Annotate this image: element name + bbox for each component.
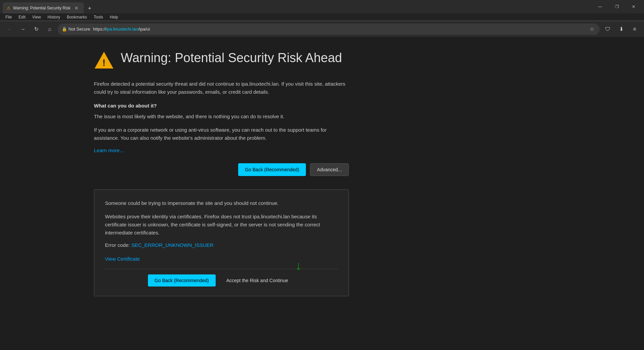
shield-button[interactable]: 🛡 <box>602 24 613 35</box>
tab-bar: ⚠ Warning: Potential Security Risk ✕ + <box>3 0 592 13</box>
download-button[interactable]: ⬇ <box>616 24 627 35</box>
back-button[interactable]: ← <box>4 24 15 35</box>
forward-button[interactable]: → <box>17 24 28 35</box>
warning-description: Firefox detected a potential security th… <box>94 80 349 96</box>
what-heading: What can you do about it? <box>94 103 617 108</box>
advanced-button-row: Go Back (Recommended) Accept the Risk an… <box>105 269 338 287</box>
reload-button[interactable]: ↻ <box>31 24 42 35</box>
url-domain: ipa.linuxtechi.lan <box>106 27 138 32</box>
bookmark-star-button[interactable]: ☆ <box>588 25 596 34</box>
menu-help[interactable]: Help <box>107 14 121 20</box>
green-arrow-icon: ↓ <box>296 260 302 272</box>
titlebar: ⚠ Warning: Potential Security Risk ✕ + —… <box>0 0 644 13</box>
error-code-link[interactable]: SEC_ERROR_UNKNOWN_ISSUER <box>131 242 213 248</box>
menubar: File Edit View History Bookmarks Tools H… <box>0 13 644 21</box>
svg-text:!: ! <box>102 57 105 68</box>
accept-risk-button[interactable]: Accept the Risk and Continue <box>220 274 295 287</box>
menu-bookmarks[interactable]: Bookmarks <box>64 14 90 20</box>
not-secure-badge: 🔒 Not Secure <box>62 27 90 32</box>
impersonate-text: Someone could be trying to impersonate t… <box>105 199 338 207</box>
menu-history[interactable]: History <box>45 14 63 20</box>
address-bar[interactable]: 🔒 Not Secure https://ipa.linuxtechi.lan/… <box>58 24 600 35</box>
go-back-recommended-button[interactable]: Go Back (Recommended) <box>238 163 306 176</box>
tab-title: Warning: Potential Security Risk <box>13 6 70 10</box>
active-tab[interactable]: ⚠ Warning: Potential Security Risk ✕ <box>3 2 84 13</box>
corporate-text: If you are on a corporate network or usi… <box>94 126 349 142</box>
restore-button[interactable]: ❐ <box>609 2 625 12</box>
advanced-button[interactable]: Advanced... <box>310 163 349 176</box>
minimize-button[interactable]: — <box>592 2 608 12</box>
view-certificate-link[interactable]: View Certificate <box>105 256 140 262</box>
url-display: https://ipa.linuxtechi.lan/ipa/ui <box>93 27 150 32</box>
lock-icon: 🔒 <box>62 27 67 32</box>
close-button[interactable]: ✕ <box>626 2 641 12</box>
learn-more-link[interactable]: Learn more... <box>94 147 124 153</box>
warning-triangle-icon: ! <box>94 50 114 72</box>
warning-header: ! Warning: Potential Security Risk Ahead <box>94 50 617 72</box>
cert-explanation-text: Websites prove their identity via certif… <box>105 213 338 237</box>
go-back-recommended-button-2[interactable]: Go Back (Recommended) <box>148 274 216 287</box>
what-text: The issue is most likely with the websit… <box>94 113 349 121</box>
tab-close-button[interactable]: ✕ <box>73 5 80 11</box>
warning-title: Warning: Potential Security Risk Ahead <box>121 50 342 66</box>
menu-view[interactable]: View <box>30 14 44 20</box>
toolbar-right: 🛡 ⬇ ≡ <box>602 24 640 35</box>
tab-warning-icon: ⚠ <box>7 6 10 10</box>
error-label: Error code: <box>105 242 130 248</box>
error-code-line: Error code: SEC_ERROR_UNKNOWN_ISSUER <box>105 242 338 248</box>
new-tab-button[interactable]: + <box>85 4 94 13</box>
menu-tools[interactable]: Tools <box>91 14 106 20</box>
home-button[interactable]: ⌂ <box>44 24 55 35</box>
toolbar: ← → ↻ ⌂ 🔒 Not Secure https://ipa.linuxte… <box>0 21 644 37</box>
menu-edit[interactable]: Edit <box>16 14 28 20</box>
main-button-row: Go Back (Recommended) Advanced... <box>94 163 349 176</box>
window-controls: — ❐ ✕ <box>592 2 644 12</box>
menu-file[interactable]: File <box>3 14 14 20</box>
menu-button[interactable]: ≡ <box>629 24 640 35</box>
not-secure-label: Not Secure <box>68 27 90 32</box>
main-content: ! Warning: Potential Security Risk Ahead… <box>0 37 644 350</box>
advanced-box: Someone could be trying to impersonate t… <box>94 189 349 296</box>
